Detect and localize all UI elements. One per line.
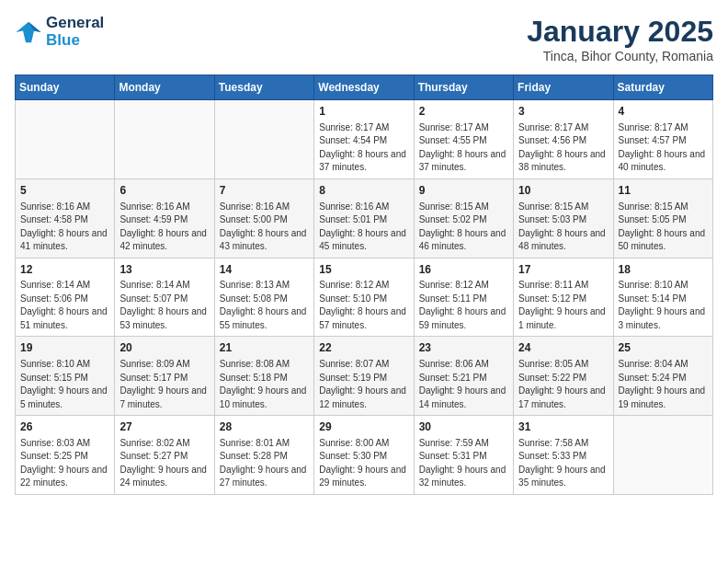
day-number: 1 bbox=[319, 104, 408, 120]
header-day-saturday: Saturday bbox=[613, 75, 712, 100]
day-number: 24 bbox=[518, 340, 608, 356]
page-header: General Blue January 2025 Tinca, Bihor C… bbox=[15, 15, 713, 63]
header-day-wednesday: Wednesday bbox=[314, 75, 414, 100]
day-number: 16 bbox=[419, 262, 508, 278]
calendar-cell: 10Sunrise: 8:15 AM Sunset: 5:03 PM Dayli… bbox=[514, 178, 613, 258]
day-number: 5 bbox=[20, 183, 109, 199]
day-number: 7 bbox=[220, 183, 309, 199]
day-number: 11 bbox=[619, 183, 708, 199]
calendar-cell: 2Sunrise: 8:17 AM Sunset: 4:55 PM Daylig… bbox=[414, 100, 513, 179]
calendar-cell: 31Sunrise: 7:58 AM Sunset: 5:33 PM Dayli… bbox=[514, 416, 613, 495]
day-info: Sunrise: 8:16 AM Sunset: 5:01 PM Dayligh… bbox=[319, 201, 408, 254]
calendar-cell: 3Sunrise: 8:17 AM Sunset: 4:56 PM Daylig… bbox=[514, 100, 613, 179]
day-info: Sunrise: 8:02 AM Sunset: 5:27 PM Dayligh… bbox=[119, 437, 209, 490]
header-day-monday: Monday bbox=[115, 75, 214, 100]
calendar-cell: 17Sunrise: 8:11 AM Sunset: 5:12 PM Dayli… bbox=[514, 258, 613, 337]
week-row-4: 26Sunrise: 8:03 AM Sunset: 5:25 PM Dayli… bbox=[16, 416, 713, 495]
calendar-cell: 11Sunrise: 8:15 AM Sunset: 5:05 PM Dayli… bbox=[613, 178, 712, 258]
day-info: Sunrise: 8:05 AM Sunset: 5:22 PM Dayligh… bbox=[518, 358, 608, 411]
day-info: Sunrise: 8:01 AM Sunset: 5:28 PM Dayligh… bbox=[220, 437, 309, 490]
svg-marker-0 bbox=[17, 21, 41, 42]
day-number: 28 bbox=[220, 419, 309, 435]
calendar-cell: 5Sunrise: 8:16 AM Sunset: 4:58 PM Daylig… bbox=[16, 178, 115, 258]
day-info: Sunrise: 8:17 AM Sunset: 4:56 PM Dayligh… bbox=[518, 121, 608, 175]
day-info: Sunrise: 8:17 AM Sunset: 4:57 PM Dayligh… bbox=[619, 121, 708, 175]
day-info: Sunrise: 8:03 AM Sunset: 5:25 PM Dayligh… bbox=[20, 437, 109, 490]
day-info: Sunrise: 8:13 AM Sunset: 5:08 PM Dayligh… bbox=[220, 279, 309, 332]
calendar-cell: 7Sunrise: 8:16 AM Sunset: 5:00 PM Daylig… bbox=[214, 178, 313, 258]
week-row-1: 5Sunrise: 8:16 AM Sunset: 4:58 PM Daylig… bbox=[16, 178, 713, 258]
day-number: 31 bbox=[518, 419, 608, 435]
calendar-cell: 18Sunrise: 8:10 AM Sunset: 5:14 PM Dayli… bbox=[613, 258, 712, 337]
calendar-cell: 6Sunrise: 8:16 AM Sunset: 4:59 PM Daylig… bbox=[115, 178, 214, 258]
calendar-cell: 16Sunrise: 8:12 AM Sunset: 5:11 PM Dayli… bbox=[414, 258, 513, 337]
day-info: Sunrise: 7:58 AM Sunset: 5:33 PM Dayligh… bbox=[518, 437, 608, 490]
calendar-cell: 29Sunrise: 8:00 AM Sunset: 5:30 PM Dayli… bbox=[314, 416, 414, 495]
calendar-cell: 12Sunrise: 8:14 AM Sunset: 5:06 PM Dayli… bbox=[16, 258, 115, 337]
day-number: 26 bbox=[20, 419, 109, 435]
logo-icon bbox=[15, 18, 42, 46]
day-info: Sunrise: 8:07 AM Sunset: 5:19 PM Dayligh… bbox=[319, 358, 408, 411]
day-number: 3 bbox=[518, 104, 608, 120]
calendar-cell: 1Sunrise: 8:17 AM Sunset: 4:54 PM Daylig… bbox=[314, 100, 414, 179]
calendar-cell: 21Sunrise: 8:08 AM Sunset: 5:18 PM Dayli… bbox=[214, 337, 313, 416]
day-number: 21 bbox=[220, 340, 309, 356]
day-info: Sunrise: 8:08 AM Sunset: 5:18 PM Dayligh… bbox=[220, 358, 309, 411]
calendar-cell: 4Sunrise: 8:17 AM Sunset: 4:57 PM Daylig… bbox=[613, 100, 712, 179]
header-day-tuesday: Tuesday bbox=[214, 75, 313, 100]
calendar-cell bbox=[613, 416, 712, 495]
logo-text: General Blue bbox=[46, 15, 104, 49]
day-number: 23 bbox=[419, 340, 508, 356]
day-info: Sunrise: 8:00 AM Sunset: 5:30 PM Dayligh… bbox=[319, 437, 408, 490]
calendar-cell bbox=[115, 100, 214, 179]
title-block: January 2025 Tinca, Bihor County, Romani… bbox=[527, 15, 713, 63]
day-info: Sunrise: 8:14 AM Sunset: 5:07 PM Dayligh… bbox=[119, 279, 209, 332]
day-number: 10 bbox=[518, 183, 608, 199]
day-info: Sunrise: 8:09 AM Sunset: 5:17 PM Dayligh… bbox=[119, 358, 209, 411]
calendar-table: SundayMondayTuesdayWednesdayThursdayFrid… bbox=[15, 75, 713, 495]
location-subtitle: Tinca, Bihor County, Romania bbox=[527, 49, 713, 63]
day-info: Sunrise: 8:12 AM Sunset: 5:10 PM Dayligh… bbox=[319, 279, 408, 332]
calendar-cell: 19Sunrise: 8:10 AM Sunset: 5:15 PM Dayli… bbox=[16, 337, 115, 416]
day-info: Sunrise: 8:11 AM Sunset: 5:12 PM Dayligh… bbox=[518, 279, 608, 332]
day-number: 19 bbox=[20, 340, 109, 356]
calendar-cell: 14Sunrise: 8:13 AM Sunset: 5:08 PM Dayli… bbox=[214, 258, 313, 337]
day-info: Sunrise: 8:15 AM Sunset: 5:02 PM Dayligh… bbox=[419, 201, 508, 254]
day-info: Sunrise: 8:16 AM Sunset: 4:58 PM Dayligh… bbox=[20, 201, 109, 254]
day-number: 12 bbox=[20, 262, 109, 278]
day-info: Sunrise: 7:59 AM Sunset: 5:31 PM Dayligh… bbox=[419, 437, 508, 490]
week-row-3: 19Sunrise: 8:10 AM Sunset: 5:15 PM Dayli… bbox=[16, 337, 713, 416]
calendar-cell: 9Sunrise: 8:15 AM Sunset: 5:02 PM Daylig… bbox=[414, 178, 513, 258]
day-number: 27 bbox=[119, 419, 209, 435]
logo: General Blue bbox=[15, 15, 104, 49]
day-info: Sunrise: 8:17 AM Sunset: 4:54 PM Dayligh… bbox=[319, 121, 408, 175]
week-row-2: 12Sunrise: 8:14 AM Sunset: 5:06 PM Dayli… bbox=[16, 258, 713, 337]
calendar-cell: 24Sunrise: 8:05 AM Sunset: 5:22 PM Dayli… bbox=[514, 337, 613, 416]
calendar-body: 1Sunrise: 8:17 AM Sunset: 4:54 PM Daylig… bbox=[16, 100, 713, 495]
day-info: Sunrise: 8:15 AM Sunset: 5:05 PM Dayligh… bbox=[619, 201, 708, 254]
week-row-0: 1Sunrise: 8:17 AM Sunset: 4:54 PM Daylig… bbox=[16, 100, 713, 179]
header-day-friday: Friday bbox=[514, 75, 613, 100]
day-number: 6 bbox=[119, 183, 209, 199]
day-number: 15 bbox=[319, 262, 408, 278]
day-number: 30 bbox=[419, 419, 508, 435]
day-info: Sunrise: 8:17 AM Sunset: 4:55 PM Dayligh… bbox=[419, 121, 508, 175]
day-info: Sunrise: 8:16 AM Sunset: 5:00 PM Dayligh… bbox=[220, 201, 309, 254]
day-number: 18 bbox=[619, 262, 708, 278]
calendar-cell: 26Sunrise: 8:03 AM Sunset: 5:25 PM Dayli… bbox=[16, 416, 115, 495]
calendar-cell: 28Sunrise: 8:01 AM Sunset: 5:28 PM Dayli… bbox=[214, 416, 313, 495]
calendar-cell: 13Sunrise: 8:14 AM Sunset: 5:07 PM Dayli… bbox=[115, 258, 214, 337]
day-info: Sunrise: 8:06 AM Sunset: 5:21 PM Dayligh… bbox=[419, 358, 508, 411]
header-day-thursday: Thursday bbox=[414, 75, 513, 100]
day-info: Sunrise: 8:16 AM Sunset: 4:59 PM Dayligh… bbox=[119, 201, 209, 254]
calendar-cell: 23Sunrise: 8:06 AM Sunset: 5:21 PM Dayli… bbox=[414, 337, 513, 416]
month-title: January 2025 bbox=[527, 15, 713, 49]
day-number: 14 bbox=[220, 262, 309, 278]
day-info: Sunrise: 8:10 AM Sunset: 5:14 PM Dayligh… bbox=[619, 279, 708, 332]
day-number: 2 bbox=[419, 104, 508, 120]
day-info: Sunrise: 8:04 AM Sunset: 5:24 PM Dayligh… bbox=[619, 358, 708, 411]
day-number: 25 bbox=[619, 340, 708, 356]
calendar-cell: 15Sunrise: 8:12 AM Sunset: 5:10 PM Dayli… bbox=[314, 258, 414, 337]
day-number: 22 bbox=[319, 340, 408, 356]
day-number: 20 bbox=[119, 340, 209, 356]
